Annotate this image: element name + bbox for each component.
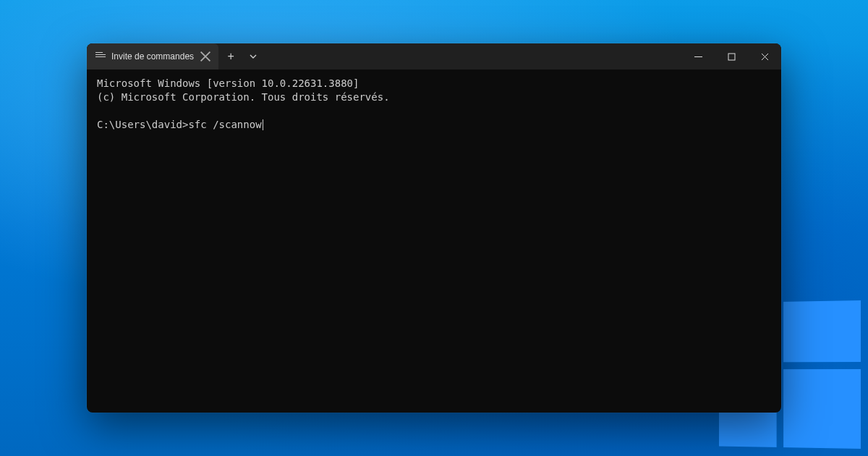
titlebar-drag-area[interactable] <box>263 43 681 69</box>
copyright-line: (c) Microsoft Corporation. Tous droits r… <box>97 91 390 103</box>
terminal-content[interactable]: Microsoft Windows [version 10.0.22631.38… <box>87 69 781 413</box>
titlebar[interactable]: Invite de commandes + <box>87 43 781 69</box>
tab-active[interactable]: Invite de commandes <box>87 43 218 69</box>
tab-dropdown-button[interactable] <box>243 43 263 69</box>
text-cursor <box>263 119 263 130</box>
close-button[interactable] <box>748 43 781 69</box>
maximize-icon <box>728 53 736 61</box>
tab-title: Invite de commandes <box>111 51 194 62</box>
minimize-icon <box>694 53 702 61</box>
chevron-down-icon <box>250 53 257 60</box>
new-tab-button[interactable]: + <box>218 43 243 69</box>
tab-close-button[interactable] <box>200 51 211 62</box>
terminal-window: Invite de commandes + Microsoft Windows … <box>87 43 781 413</box>
command-prompt-icon <box>95 52 106 61</box>
close-icon <box>761 53 769 61</box>
svg-rect-1 <box>728 54 735 60</box>
os-version-line: Microsoft Windows [version 10.0.22631.38… <box>97 77 359 89</box>
window-controls <box>681 43 781 69</box>
typed-command: sfc /scannow <box>188 119 261 130</box>
minimize-button[interactable] <box>681 43 715 69</box>
maximize-button[interactable] <box>715 43 748 69</box>
prompt-path: C:\Users\david> <box>97 119 188 130</box>
